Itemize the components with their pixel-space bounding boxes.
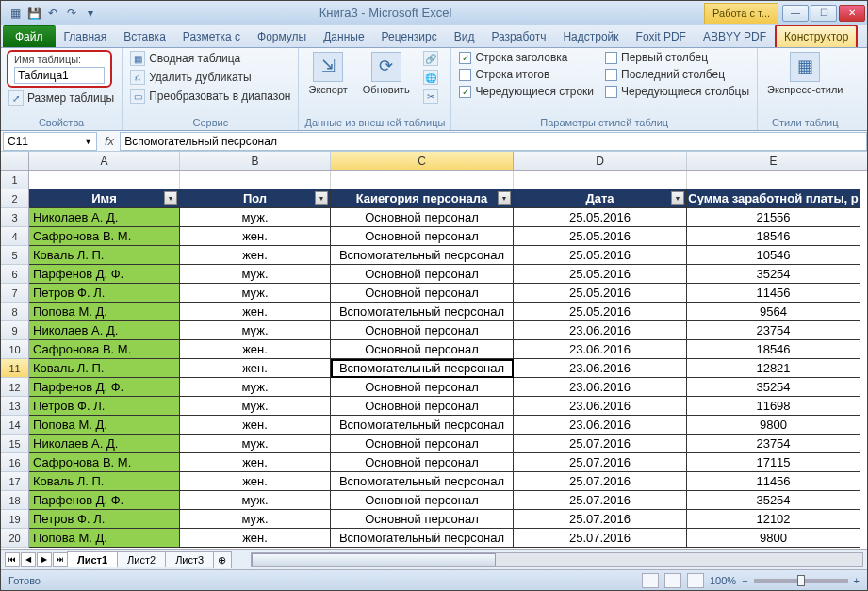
cell-salary[interactable]: 12102 <box>687 510 860 529</box>
view-normal-icon[interactable] <box>642 573 659 588</box>
cell-gender[interactable]: муж. <box>180 284 331 303</box>
cell-gender[interactable]: жен. <box>180 453 331 472</box>
row-header[interactable]: 16 <box>1 453 29 472</box>
resize-table-button[interactable]: ⤢Размер таблицы <box>7 90 116 107</box>
row-header[interactable]: 18 <box>1 491 29 510</box>
tab-insert[interactable]: Вставка <box>115 25 174 47</box>
cell-name[interactable]: Парфенов Д. Ф. <box>29 265 180 284</box>
cell-date[interactable]: 25.05.2016 <box>514 246 687 265</box>
filter-icon[interactable]: ▼ <box>671 191 684 205</box>
cell-date[interactable]: 25.07.2016 <box>514 453 687 472</box>
cell-gender[interactable]: жен. <box>180 340 331 359</box>
view-layout-icon[interactable] <box>664 573 681 588</box>
table-header-category[interactable]: Каиегория персонала▼ <box>331 189 514 208</box>
cell-category[interactable]: Основной персонал <box>331 227 514 246</box>
row-header[interactable]: 20 <box>1 529 29 548</box>
cell-category[interactable]: Вспомогательный песрсонал <box>331 359 514 378</box>
tab-home[interactable]: Главная <box>56 25 116 47</box>
col-header-C[interactable]: C <box>331 152 514 170</box>
select-all-corner[interactable] <box>1 152 29 170</box>
sheet-tab-2[interactable]: Лист2 <box>117 551 166 567</box>
zoom-out-icon[interactable]: − <box>742 575 747 586</box>
cell-salary[interactable]: 10546 <box>687 246 860 265</box>
cell-salary[interactable]: 11698 <box>687 397 860 416</box>
total-row-checkbox[interactable]: Строка итогов <box>457 67 596 82</box>
cell-gender[interactable]: жен. <box>180 227 331 246</box>
cell-date[interactable]: 25.05.2016 <box>514 303 687 321</box>
row-header[interactable]: 7 <box>1 284 29 303</box>
filter-icon[interactable]: ▼ <box>498 191 511 205</box>
zoom-slider[interactable] <box>754 579 848 583</box>
cell-category[interactable]: Основной персонал <box>331 321 514 340</box>
row-header[interactable]: 8 <box>1 303 29 321</box>
cell-gender[interactable]: жен. <box>180 472 331 491</box>
filter-icon[interactable]: ▼ <box>164 191 177 205</box>
tab-data[interactable]: Данные <box>315 25 372 47</box>
view-pagebreak-icon[interactable] <box>687 573 704 588</box>
cell-date[interactable]: 25.07.2016 <box>514 510 687 529</box>
remove-duplicates-button[interactable]: ⎌Удалить дубликаты <box>128 69 292 86</box>
export-button[interactable]: ⇲Экспорт <box>304 50 351 97</box>
cell-gender[interactable]: муж. <box>180 321 331 340</box>
row-header[interactable]: 9 <box>1 321 29 340</box>
fx-icon[interactable]: fx <box>99 134 120 148</box>
cell[interactable] <box>29 171 180 189</box>
cell-date[interactable]: 23.06.2016 <box>514 340 687 359</box>
cell-salary[interactable]: 9800 <box>687 416 860 435</box>
cell[interactable] <box>687 171 860 189</box>
cell-name[interactable]: Петров Ф. Л. <box>29 284 180 303</box>
row-header[interactable]: 17 <box>1 472 29 491</box>
cell-gender[interactable]: муж. <box>180 208 331 227</box>
cell-salary[interactable]: 21556 <box>687 208 860 227</box>
cell-category[interactable]: Основной персонал <box>331 265 514 284</box>
new-sheet-button[interactable]: ⊕ <box>213 551 232 568</box>
cell-gender[interactable]: жен. <box>180 416 331 435</box>
convert-range-button[interactable]: ▭Преобразовать в диапазон <box>128 88 292 105</box>
cell-category[interactable]: Основной персонал <box>331 378 514 397</box>
cell-gender[interactable]: жен. <box>180 359 331 378</box>
cell-name[interactable]: Сафронова В. М. <box>29 453 180 472</box>
zoom-in-icon[interactable]: + <box>854 575 860 586</box>
cell-gender[interactable]: жен. <box>180 529 331 548</box>
cell-gender[interactable]: муж. <box>180 510 331 529</box>
col-header-A[interactable]: A <box>29 152 180 170</box>
cell-category[interactable]: Вспомогательный песрсонал <box>331 472 514 491</box>
first-col-checkbox[interactable]: Первый столбец <box>603 50 751 65</box>
cell-name[interactable]: Попова М. Д. <box>29 529 180 548</box>
sheet-next-icon[interactable]: ▶ <box>37 552 52 567</box>
table-header-salary[interactable]: Сумма заработной платы, р <box>687 189 860 208</box>
cell-salary[interactable]: 11456 <box>687 472 860 491</box>
row-header[interactable]: 11 <box>1 359 29 378</box>
cell-name[interactable]: Коваль Л. П. <box>29 472 180 491</box>
grid-body[interactable]: 1 2 Имя▼ Пол▼ Каиегория персонала▼ Дата▼… <box>1 171 867 549</box>
cell-category[interactable]: Основной персонал <box>331 453 514 472</box>
cell-date[interactable]: 25.07.2016 <box>514 435 687 453</box>
ext-link2[interactable]: 🌐 <box>421 69 440 86</box>
minimize-button[interactable]: — <box>782 5 809 22</box>
cell-name[interactable]: Парфенов Д. Ф. <box>29 491 180 510</box>
cell-gender[interactable]: муж. <box>180 491 331 510</box>
cell-category[interactable]: Основной персонал <box>331 491 514 510</box>
cell-salary[interactable]: 9800 <box>687 529 860 548</box>
scroll-thumb[interactable] <box>252 553 496 566</box>
cell-category[interactable]: Вспомогательный песрсонал <box>331 416 514 435</box>
cell[interactable] <box>514 171 687 189</box>
maximize-button[interactable]: ☐ <box>811 5 837 22</box>
name-box[interactable]: C11▼ <box>3 132 97 151</box>
cell-category[interactable]: Основной персонал <box>331 435 514 453</box>
header-row-checkbox[interactable]: ✓Строка заголовка <box>457 50 596 65</box>
tab-abbyy[interactable]: ABBYY PDF <box>695 25 775 47</box>
cell-date[interactable]: 25.05.2016 <box>514 265 687 284</box>
cell-date[interactable]: 23.06.2016 <box>514 397 687 416</box>
cell-name[interactable]: Попова М. Д. <box>29 416 180 435</box>
row-header[interactable]: 5 <box>1 246 29 265</box>
table-header-name[interactable]: Имя▼ <box>29 189 180 208</box>
cell-category[interactable]: Основной персонал <box>331 208 514 227</box>
last-col-checkbox[interactable]: Последний столбец <box>603 67 751 82</box>
sheet-tab-3[interactable]: Лист3 <box>165 551 214 567</box>
sheet-first-icon[interactable]: ⏮ <box>5 552 20 567</box>
tab-view[interactable]: Вид <box>446 25 483 47</box>
cell-name[interactable]: Коваль Л. П. <box>29 246 180 265</box>
tab-foxit[interactable]: Foxit PDF <box>628 25 695 47</box>
cell-category[interactable]: Вспомогательный песрсонал <box>331 529 514 548</box>
